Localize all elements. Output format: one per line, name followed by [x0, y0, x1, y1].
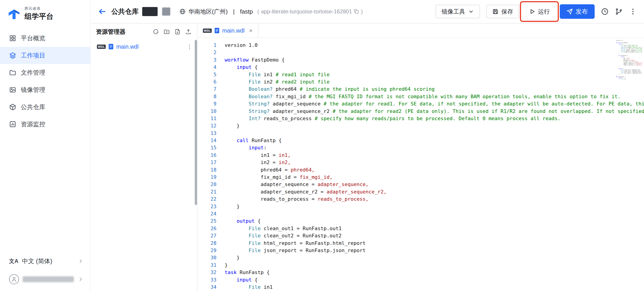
language-selector[interactable]: 文A 中文 (简体) [0, 252, 90, 270]
line-number[interactable]: 14 [198, 137, 216, 144]
line-number[interactable]: 32 [198, 269, 216, 276]
line-number[interactable]: 15 [198, 144, 216, 151]
more-kebab-icon[interactable] [629, 8, 637, 15]
line-number[interactable]: 10 [198, 108, 216, 115]
line-number[interactable]: 6 [198, 78, 216, 85]
sidebar-item-image-management[interactable]: 镜像管理 [0, 81, 90, 98]
line-number[interactable]: 25 [198, 218, 216, 225]
line-number[interactable]: 26 [198, 225, 216, 232]
code-line[interactable]: phred64 = phred64, [225, 166, 644, 174]
line-number[interactable]: 11 [198, 115, 216, 122]
code-line[interactable]: Boolean? phred64 # indicate the input is… [225, 85, 644, 93]
back-button[interactable] [98, 7, 107, 16]
line-number[interactable]: 20 [198, 181, 216, 188]
line-number[interactable]: 22 [198, 196, 216, 203]
file-item-main-wdl[interactable]: WDL main.wdl ⋮ [90, 40, 197, 53]
code-line[interactable]: reads_to_process = reads_to_process, [225, 196, 644, 203]
code-line[interactable]: } [225, 203, 644, 210]
code-line[interactable]: } [225, 254, 644, 261]
code-line[interactable]: fix_mgi_id = fix_mgi_id, [225, 174, 644, 181]
code-line[interactable]: Boolean? fix_mgi_id # the MGI FASTQ ID f… [225, 93, 644, 100]
code-line[interactable]: input: [225, 144, 644, 151]
code-line[interactable]: File in1 # read1 input file [225, 71, 644, 78]
upload-icon[interactable] [185, 28, 192, 35]
save-button[interactable]: 保存 [486, 5, 519, 18]
code-line[interactable]: String? adapter_sequence_r2 # the adapte… [225, 108, 644, 115]
sidebar-item-resource-monitor[interactable]: 资源监控 [0, 116, 90, 133]
code-line[interactable]: in1 = in1, [225, 152, 644, 159]
sidebar-item-file-management[interactable]: 文件管理 [0, 64, 90, 81]
refresh-icon[interactable] [152, 28, 159, 35]
workflow-name: fastp [240, 8, 253, 15]
code-line[interactable]: output { [225, 218, 644, 225]
line-number[interactable]: 24 [198, 210, 216, 218]
code-line[interactable]: File in1 [225, 284, 644, 291]
code-line[interactable]: File clean_out2 = RunFastp.out2 [225, 232, 644, 239]
sidebar-item-public-repository[interactable]: 公共仓库 [0, 98, 90, 116]
sidebar-item-work-projects[interactable]: 工作项目 [0, 47, 90, 64]
code-line[interactable]: task RunFastp { [225, 269, 644, 276]
history-clock-icon[interactable] [601, 8, 609, 15]
code-line[interactable]: File in2 # read2 input file [225, 78, 644, 85]
line-number[interactable]: 17 [198, 159, 216, 166]
tab-list-chevron-icon[interactable] [637, 27, 644, 34]
redacted-block-dark [142, 7, 158, 16]
line-number[interactable]: 33 [198, 276, 216, 284]
code-line[interactable]: File html_report = RunFastp.html_report [225, 240, 644, 247]
line-number[interactable]: 2 [198, 49, 216, 56]
line-number[interactable]: 34 [198, 284, 216, 291]
run-button[interactable]: 运行 [525, 5, 554, 18]
line-number[interactable]: 3 [198, 56, 216, 64]
code-line[interactable]: in2 = in2, [225, 159, 644, 166]
line-number[interactable]: 1 [198, 42, 216, 49]
code-line[interactable]: adapter_sequence = adapter_sequence, [225, 181, 644, 188]
line-number[interactable]: 30 [198, 254, 216, 261]
line-number[interactable]: 5 [198, 71, 216, 78]
new-folder-icon[interactable] [164, 28, 170, 35]
git-branch-icon[interactable] [615, 8, 623, 15]
publish-button[interactable]: 发布 [560, 4, 595, 19]
code-line[interactable]: File clean_out1 = RunFastp.out1 [225, 225, 644, 232]
code-line[interactable]: version 1.0 [225, 42, 644, 49]
line-number[interactable]: 12 [198, 122, 216, 129]
code-line[interactable]: input { [225, 276, 644, 284]
user-account[interactable] [0, 270, 90, 288]
line-number[interactable]: 8 [198, 93, 216, 100]
code-line[interactable]: adapter_sequence_r2 = adapter_sequence_r… [225, 188, 644, 196]
tab-main-wdl[interactable]: WDL main.wdl × [198, 23, 258, 37]
code-line[interactable]: input { [225, 64, 644, 71]
code-editor: WDL main.wdl × 1234567891011121314151617… [198, 23, 644, 291]
code-line[interactable]: call RunFastp { [225, 137, 644, 144]
code-line[interactable] [225, 210, 644, 218]
code-line[interactable]: } [225, 262, 644, 269]
code-line[interactable] [225, 130, 644, 137]
line-number[interactable]: 21 [198, 188, 216, 196]
line-number[interactable]: 18 [198, 166, 216, 174]
line-number[interactable]: 27 [198, 232, 216, 239]
code-line[interactable]: workflow FastpDemo { [225, 56, 644, 64]
line-number[interactable]: 31 [198, 262, 216, 269]
image-tool-dropdown[interactable]: 镜像工具 [436, 5, 480, 18]
code-line[interactable]: String? adapter_sequence # the adapter f… [225, 100, 644, 107]
code-line[interactable]: Int? reads_to_process # specify how many… [225, 115, 644, 122]
file-menu-kebab-icon[interactable]: ⋮ [186, 44, 192, 49]
tab-close-icon[interactable]: × [249, 28, 252, 33]
sidebar-item-label: 资源监控 [21, 120, 45, 128]
minimap[interactable]: version 1.0workflow FastpDemo { input { … [616, 40, 642, 80]
line-number[interactable]: 23 [198, 203, 216, 210]
line-number[interactable]: 28 [198, 240, 216, 247]
line-number[interactable]: 13 [198, 130, 216, 137]
code-line[interactable]: } [225, 122, 644, 129]
code-line[interactable] [225, 49, 644, 56]
code-line[interactable]: File json_report = RunFastp.json_report [225, 247, 644, 254]
line-number[interactable]: 16 [198, 152, 216, 159]
new-file-icon[interactable] [174, 28, 181, 35]
line-number[interactable]: 7 [198, 85, 216, 93]
sidebar-item-platform-overview[interactable]: 平台概览 [0, 30, 90, 47]
copy-icon[interactable] [354, 9, 359, 14]
line-number[interactable]: 4 [198, 64, 216, 71]
line-number[interactable]: 9 [198, 100, 216, 107]
line-number[interactable]: 19 [198, 174, 216, 181]
explorer-scrollbar[interactable] [195, 40, 197, 205]
line-number[interactable]: 29 [198, 247, 216, 254]
